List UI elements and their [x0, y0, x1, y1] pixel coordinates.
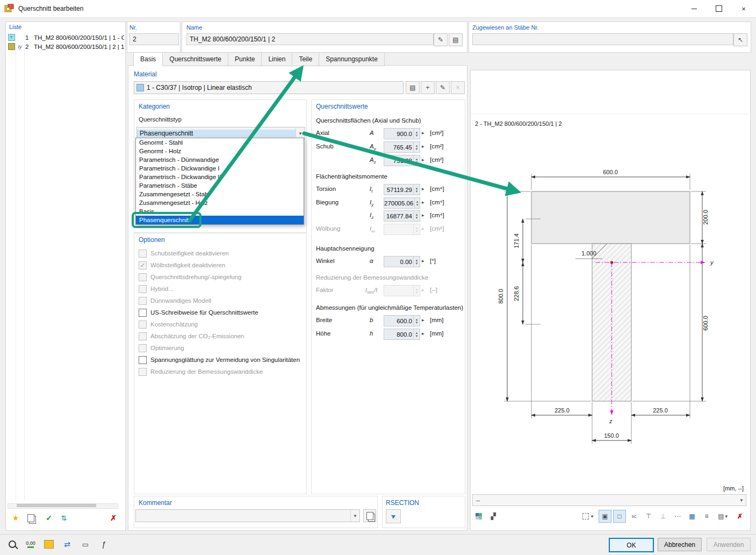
breite-input[interactable]: 600.0 [384, 315, 420, 326]
spinner-icon[interactable] [413, 184, 420, 195]
checkbox-icon[interactable] [139, 309, 147, 317]
dropdown-item[interactable]: Zusammengesetzt - Holz [136, 198, 304, 207]
zoom-edit-icon[interactable] [5, 537, 19, 551]
dropdown-item[interactable]: Zusammengesetzt - Stahl [136, 190, 304, 198]
tab-linien[interactable]: Linien [262, 52, 292, 66]
detail-arrow-icon[interactable] [422, 317, 424, 323]
ok-button[interactable]: OK [609, 538, 654, 552]
rename-icon[interactable]: ✎ [434, 33, 448, 46]
schub-az-input[interactable]: 751.08 [384, 155, 420, 166]
swap-axes-icon[interactable] [60, 537, 74, 551]
spinner-icon[interactable] [413, 155, 420, 166]
winkel-input[interactable]: 0.00 [384, 256, 420, 267]
detail-arrow-icon[interactable] [422, 130, 424, 136]
dimension-top-icon[interactable]: ⊤ [642, 510, 655, 523]
material-new-icon[interactable]: + [421, 81, 435, 94]
spinner-icon[interactable] [413, 142, 420, 152]
tab-spannungspunkte[interactable]: Spannungspunkte [319, 52, 385, 66]
dim-chamfer: 1.000 [581, 250, 596, 257]
axial-input[interactable]: 900.0 [384, 128, 420, 139]
close-icon[interactable]: × [731, 0, 756, 17]
dropdown-item[interactable]: Parametrisch - Stäbe [136, 181, 304, 190]
formula-icon[interactable] [97, 537, 111, 551]
detail-arrow-icon[interactable] [422, 200, 424, 205]
cancel-button[interactable]: Abbrechen [658, 538, 702, 551]
dropdown-item[interactable]: Basis [136, 207, 304, 216]
dropdown-item[interactable]: Parametrisch - Dünnwandige [136, 155, 304, 164]
material-edit-icon[interactable]: ✎ [436, 81, 450, 94]
tab-querschnittswerte[interactable]: Querschnittswerte [163, 52, 228, 66]
biegung-iy-input[interactable]: 270005.06 [384, 197, 420, 209]
kommentar-combo[interactable]: ▼ [135, 509, 360, 522]
spinner-icon[interactable] [413, 129, 420, 139]
detail-arrow-icon[interactable] [422, 212, 424, 218]
detail-arrow-icon[interactable] [422, 144, 424, 149]
spinner-icon[interactable] [413, 257, 420, 267]
tab-teile[interactable]: Teile [292, 52, 319, 66]
checkbox-icon[interactable] [139, 356, 147, 364]
minimize-icon[interactable] [682, 0, 707, 17]
material-field[interactable]: 1 - C30/37 | Isotrop | Linear elastisch [134, 81, 404, 94]
detail-arrow-icon[interactable] [422, 331, 424, 336]
list-item[interactable]: 2 TH_M2 800/600/200/150/1 | 2 | 1 [7, 42, 124, 51]
dropdown-item[interactable]: Genormt - Holz [136, 147, 304, 155]
dim-centroid-top: 171.4 [513, 233, 520, 248]
dim-left-offset: 225.0 [555, 407, 570, 414]
torsion-input[interactable]: 57119.29 [384, 184, 420, 195]
frame-toggle-icon[interactable]: □ [613, 510, 626, 523]
copy-item-icon[interactable] [23, 510, 38, 525]
spinner-icon[interactable] [414, 198, 420, 208]
spinner-icon[interactable] [413, 316, 420, 326]
dots-toggle-icon[interactable]: ⋯ [671, 510, 684, 523]
print-icon[interactable]: ▤▼ [715, 510, 732, 523]
view-options-icon[interactable] [472, 510, 485, 523]
kommentar-group: Kommentar ▼ [134, 496, 378, 528]
detail-arrow-icon[interactable] [422, 258, 424, 264]
section-display-icon[interactable]: ▞ [487, 510, 500, 523]
material-library-icon[interactable]: ▤ [406, 81, 420, 94]
option-spannungsglaettung[interactable]: Spannungsglättung zur Vermeidung von Sin… [139, 355, 300, 364]
hoehe-input[interactable]: 800.0 [384, 329, 420, 340]
sort-items-icon[interactable] [56, 510, 71, 525]
name-library-icon[interactable]: ▤ [449, 33, 463, 46]
nr-field[interactable]: 2 [129, 33, 179, 45]
preview-combo[interactable]: -- ▼ [472, 494, 746, 506]
dropdown-item[interactable]: Parametrisch - Dickwandige II [136, 173, 304, 181]
dropdown-item[interactable]: Parametrisch - Dickwandige I [136, 164, 304, 173]
panel-toggle-icon[interactable]: ▣ [599, 510, 611, 523]
dropdown-item[interactable]: Genormt - Stahl [136, 138, 304, 147]
window-title: Querschnitt bearbeiten [18, 5, 83, 12]
option-us-schreibweise[interactable]: US-Schreibweise für Querschnittswerte [139, 308, 258, 317]
dimension-bottom-icon[interactable]: ⊥ [657, 510, 669, 523]
spinner-icon[interactable] [413, 211, 420, 221]
apply-check-icon[interactable] [41, 510, 56, 525]
dim-total-height: 800.0 [498, 289, 504, 304]
list-icon[interactable]: ≡ [700, 510, 713, 523]
viewport-icon[interactable] [78, 537, 92, 551]
biegung-iz-input[interactable]: 16877.84 [384, 210, 420, 222]
copy-comment-icon[interactable] [363, 509, 376, 522]
list-item[interactable]: 1 TH_M2 800/600/200/150/1 | 1 - C [7, 33, 124, 42]
new-item-icon[interactable] [8, 510, 23, 525]
assigned-field[interactable] [472, 33, 733, 45]
detail-arrow-icon[interactable] [422, 186, 424, 191]
schub-ay-input[interactable]: 765.45 [384, 141, 420, 153]
rsection-export-icon[interactable]: ➤ [386, 509, 401, 523]
tab-punkte[interactable]: Punkte [228, 52, 262, 66]
detail-arrow-icon[interactable] [422, 157, 424, 162]
tab-basis[interactable]: Basis [133, 52, 163, 66]
dropdown-item-phasenquerschnitt[interactable]: Phasenquerschnitt [136, 216, 304, 224]
table-icon[interactable]: ▦ [686, 510, 699, 523]
reset-view-icon[interactable]: ✗ [733, 510, 746, 523]
section-preview-canvas[interactable]: 2 - TH_M2 800/600/200/150/1 | 2 1.000 [471, 70, 749, 493]
decimal-places-icon[interactable]: 0,00 [24, 537, 38, 551]
delete-item-icon[interactable] [106, 510, 121, 525]
color-swatch-icon[interactable] [42, 537, 56, 551]
stress-points-icon[interactable]: sc [628, 510, 640, 523]
maximize-icon[interactable] [707, 0, 731, 17]
select-members-icon[interactable]: ↖ [733, 33, 747, 46]
visibility-dropdown-icon[interactable]: ▼ [580, 510, 597, 523]
list-hscrollbar[interactable] [8, 503, 118, 509]
name-field[interactable]: TH_M2 800/600/200/150/1 | 2 [186, 33, 434, 45]
spinner-icon[interactable] [413, 329, 420, 339]
